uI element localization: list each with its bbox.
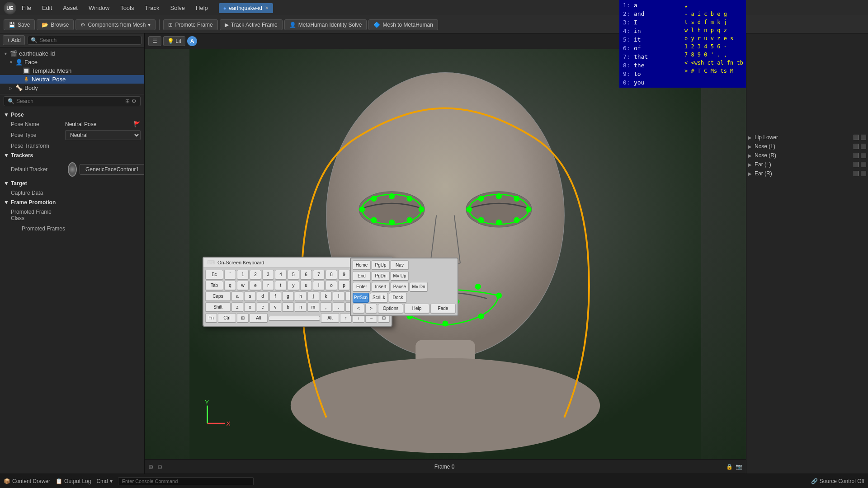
osk-key-l[interactable]: l: [333, 291, 344, 301]
tree-item-template-mesh[interactable]: ▷ 🔲 Template Mesh: [0, 66, 144, 75]
tab-earthquake-id[interactable]: ● earthquake-id ✕: [219, 3, 273, 13]
osk-key-a[interactable]: a: [231, 291, 243, 301]
add-button[interactable]: + Add: [3, 35, 25, 45]
osk-key-caps[interactable]: Caps: [205, 291, 231, 301]
osk-key-2[interactable]: 2: [250, 270, 261, 280]
osk-key-gt[interactable]: >: [365, 304, 377, 314]
tree-item-body[interactable]: ▷ 🦴 Body: [0, 84, 144, 92]
camera-icon[interactable]: 📷: [736, 464, 742, 470]
lit-button[interactable]: 💡 Lit: [163, 36, 185, 46]
osk-key-8[interactable]: 8: [326, 270, 337, 280]
prop-search-input[interactable]: [16, 98, 123, 104]
osk-key-e[interactable]: e: [250, 281, 261, 291]
osk-key-fn[interactable]: Fn: [205, 313, 217, 323]
osk-key-win[interactable]: ⊞: [237, 313, 249, 323]
osk-key-scrlk[interactable]: ScrlLk: [370, 293, 388, 303]
rp-item-ear-r[interactable]: ▶ Ear (R): [746, 169, 868, 178]
osk-key-9[interactable]: 9: [338, 270, 350, 280]
zoom-out-button[interactable]: ⊖: [157, 463, 163, 470]
track-active-frame-button[interactable]: ▶ Track Active Frame: [220, 19, 283, 30]
save-button[interactable]: 💾 Save: [4, 19, 35, 30]
pose-type-select[interactable]: Neutral: [65, 130, 141, 140]
osk-key-ctrl[interactable]: Ctrl: [218, 313, 236, 323]
osk-key-fade[interactable]: Fade: [430, 304, 456, 314]
prop-grid-icon[interactable]: ⊞: [125, 98, 130, 104]
osk-key-7[interactable]: 7: [313, 270, 325, 280]
osk-key-q[interactable]: q: [224, 281, 236, 291]
menu-track[interactable]: Track: [143, 4, 161, 12]
menu-tools[interactable]: Tools: [118, 4, 136, 12]
view-a-button[interactable]: A: [187, 36, 197, 46]
search-input[interactable]: [39, 37, 138, 43]
lock-icon[interactable]: 🔒: [726, 464, 733, 470]
osk-key-prtscn[interactable]: PrtScn: [353, 293, 369, 303]
osk-key-tab[interactable]: Tab: [205, 281, 223, 291]
osk-key-s[interactable]: s: [244, 291, 256, 301]
hamburger-button[interactable]: ☰: [148, 36, 161, 46]
osk-key-alt-left[interactable]: Alt: [250, 313, 268, 323]
osk-key-5[interactable]: 5: [288, 270, 299, 280]
osk-key-pgup[interactable]: PgUp: [372, 260, 390, 270]
osk-key-c[interactable]: c: [257, 302, 269, 312]
menu-solve[interactable]: Solve: [169, 4, 187, 12]
prop-settings-icon[interactable]: ⚙: [132, 98, 137, 104]
source-control-button[interactable]: 🔗 Source Control Off: [811, 478, 864, 484]
section-trackers[interactable]: ▼ Trackers: [0, 150, 144, 160]
osk-key-shift-left[interactable]: Shift: [205, 302, 231, 312]
tree-item-root[interactable]: ▼ 🎬 earthquake-id: [0, 49, 144, 58]
osk-key-1[interactable]: 1: [237, 270, 249, 280]
osk-key-v[interactable]: v: [269, 302, 281, 312]
osk-key-insert[interactable]: Insert: [372, 282, 390, 292]
osk-key-n[interactable]: n: [295, 302, 307, 312]
osk-key-period[interactable]: .: [333, 302, 344, 312]
browse-button[interactable]: 📂 Browse: [37, 19, 74, 30]
section-frame-promotion[interactable]: ▼ Frame Promotion: [0, 197, 144, 207]
osk-key-h[interactable]: h: [295, 291, 307, 301]
rp-item-nose-r[interactable]: ▶ Nose (R): [746, 151, 868, 160]
osk-key-backtick[interactable]: `: [224, 270, 236, 280]
osk-key-w[interactable]: w: [237, 281, 249, 291]
osk-key-g[interactable]: g: [282, 291, 294, 301]
osk-key-comma[interactable]: ,: [320, 302, 332, 312]
zoom-in-button[interactable]: ⊕: [148, 463, 154, 470]
osk-key-dock[interactable]: Dock: [389, 293, 407, 303]
components-button[interactable]: ⚙ Components from Mesh ▾: [75, 19, 156, 30]
menu-help[interactable]: Help: [194, 4, 210, 12]
osk-key-x[interactable]: x: [244, 302, 256, 312]
section-target[interactable]: ▼ Target: [0, 178, 144, 188]
menu-edit[interactable]: Edit: [40, 4, 54, 12]
osk-key-f[interactable]: f: [269, 291, 281, 301]
osk-key-alt-right[interactable]: Alt: [321, 313, 339, 323]
osk-key-mvdn[interactable]: Mv Dn: [410, 282, 428, 292]
osk-key-bc[interactable]: Bc: [205, 270, 223, 280]
rp-item-ear-l[interactable]: ▶ Ear (L): [746, 160, 868, 169]
osk-key-j[interactable]: j: [307, 291, 319, 301]
osk-key-b[interactable]: b: [282, 302, 294, 312]
tree-item-neutral-pose[interactable]: ▷ 🧍 Neutral Pose: [0, 75, 144, 84]
osk-key-y[interactable]: y: [288, 281, 299, 291]
osk-key-lt[interactable]: <: [353, 304, 364, 314]
rp-item-lip-lower[interactable]: ▶ Lip Lower: [746, 133, 868, 142]
menu-file[interactable]: File: [20, 4, 33, 12]
osk-key-3[interactable]: 3: [262, 270, 274, 280]
menu-window[interactable]: Window: [87, 4, 111, 12]
osk-key-m[interactable]: m: [307, 302, 319, 312]
osk-key-home[interactable]: Home: [353, 260, 371, 270]
rp-item-nose-l[interactable]: ▶ Nose (L): [746, 142, 868, 151]
osk-key-o[interactable]: o: [326, 281, 337, 291]
console-input[interactable]: [118, 477, 254, 485]
osk-key-enter2[interactable]: Enter: [353, 282, 371, 292]
osk-key-6[interactable]: 6: [300, 270, 312, 280]
osk-key-u[interactable]: u: [300, 281, 312, 291]
osk-key-nav[interactable]: Nav: [391, 260, 409, 270]
content-drawer-button[interactable]: 📦 Content Drawer: [4, 478, 50, 484]
osk-key-4[interactable]: 4: [275, 270, 287, 280]
osk-key-mvup[interactable]: Mv Up: [391, 271, 409, 281]
osk-key-t[interactable]: t: [275, 281, 287, 291]
osk-key-p[interactable]: p: [338, 281, 350, 291]
identity-solve-button[interactable]: 👤 MetaHuman Identity Solve: [284, 19, 367, 30]
osk-key-space[interactable]: [269, 316, 320, 321]
osk-key-end[interactable]: End: [353, 271, 371, 281]
osk-key-r[interactable]: r: [262, 281, 274, 291]
osk-key-i[interactable]: i: [313, 281, 325, 291]
